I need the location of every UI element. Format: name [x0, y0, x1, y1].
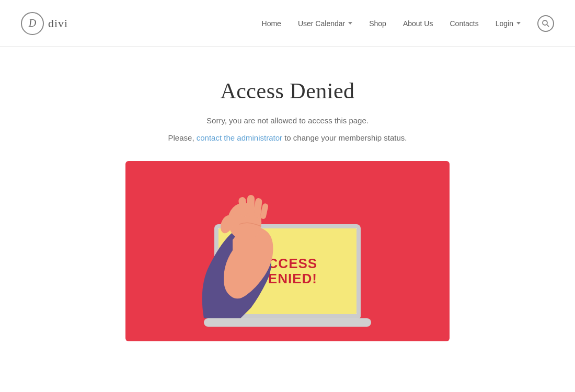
nav-contacts[interactable]: Contacts: [450, 19, 478, 28]
nav-login[interactable]: Login: [496, 19, 521, 28]
chevron-down-icon: [516, 22, 521, 25]
nav-home[interactable]: Home: [262, 19, 281, 28]
svg-line-1: [547, 25, 549, 27]
svg-rect-7: [260, 203, 269, 220]
subtitle: Sorry, you are not allowed to access thi…: [206, 116, 369, 125]
main-content: Access Denied Sorry, you are not allowed…: [0, 47, 575, 362]
svg-rect-4: [238, 197, 248, 217]
access-denied-illustration: ACCESS DENIED!: [125, 161, 450, 341]
logo-icon: D: [21, 12, 44, 35]
chevron-down-icon: [348, 22, 352, 25]
laptop-screen: ACCESS DENIED!: [214, 224, 361, 318]
site-header: D divi Home User Calendar Shop About Us …: [0, 0, 575, 47]
svg-rect-5: [247, 195, 255, 217]
svg-rect-6: [254, 198, 262, 218]
contact-line: Please, contact the administrator to cha…: [168, 133, 407, 142]
search-icon: [542, 19, 550, 28]
illustration-text: ACCESS DENIED!: [258, 256, 317, 286]
nav-shop[interactable]: Shop: [369, 19, 386, 28]
page-title: Access Denied: [220, 78, 354, 103]
laptop-base: [204, 318, 371, 327]
search-button[interactable]: [537, 15, 554, 32]
svg-point-0: [543, 20, 547, 25]
contact-admin-link[interactable]: contact the administrator: [197, 133, 284, 142]
main-nav: Home User Calendar Shop About Us Contact…: [262, 15, 554, 32]
logo[interactable]: D divi: [21, 12, 68, 35]
logo-name: divi: [48, 17, 68, 30]
nav-user-calendar[interactable]: User Calendar: [298, 19, 352, 28]
nav-about-us[interactable]: About Us: [403, 19, 433, 28]
laptop-screen-inner: ACCESS DENIED!: [218, 228, 356, 314]
